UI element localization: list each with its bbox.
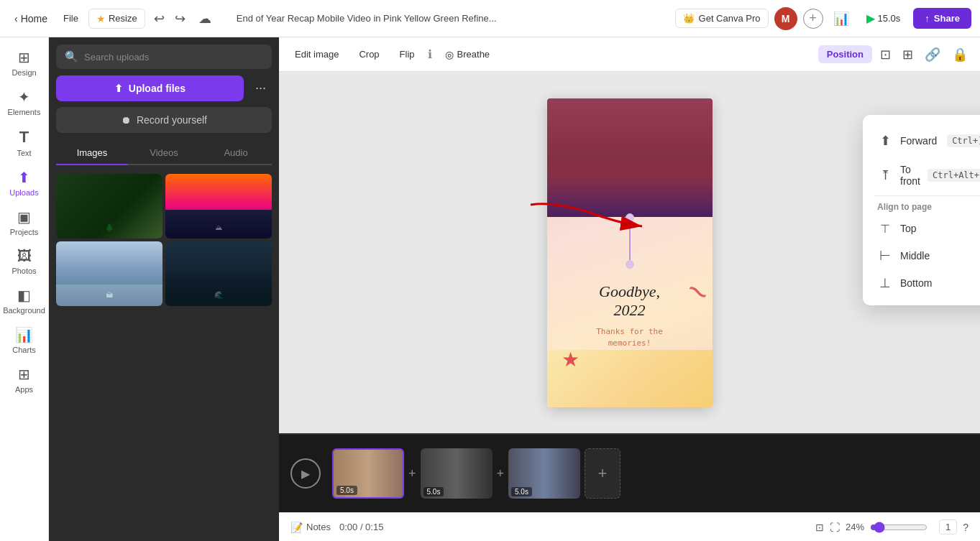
file-button[interactable]: File (58, 9, 84, 28)
timeline-play-button[interactable]: ▶ (290, 458, 321, 489)
cloud-save-button[interactable]: ☁ (194, 6, 216, 31)
timeline-track: 5.0s + 5.0s + (332, 448, 968, 499)
tab-audio[interactable]: Audio (200, 142, 272, 165)
forward-label: Forward (900, 135, 940, 147)
upload-icon: ⬆ (114, 83, 123, 94)
canvas-text-content: Goodbye,2022 Thanks for thememories! (547, 282, 713, 350)
search-input[interactable] (84, 52, 263, 63)
position-button[interactable]: Position (818, 45, 872, 63)
edit-image-button[interactable]: Edit image (288, 45, 346, 63)
redo-button[interactable]: ↪ (170, 6, 190, 31)
undo-button[interactable]: ↩ (150, 6, 169, 31)
add-team-button[interactable]: + (803, 9, 823, 29)
bottom-bar: 📝 Notes 0:00 / 0:15 ⊡ ⛶ 24% 1 ? (279, 512, 980, 541)
uploads-icon: ⬆ (18, 169, 30, 186)
record-yourself-button[interactable]: ⏺ Record yourself (56, 107, 272, 133)
clip-3-time: 5.0s (511, 487, 532, 496)
avatar[interactable]: M (774, 7, 797, 30)
sidebar-label-charts: Charts (12, 346, 35, 354)
menu-item-bottom[interactable]: ⊥ Bottom (863, 269, 980, 297)
sidebar-label-elements: Elements (8, 108, 41, 116)
sidebar-item-uploads[interactable]: ⬆ Uploads (1, 163, 47, 203)
zoom-slider[interactable] (870, 522, 928, 533)
canvas-area: Edit image Crop Flip ℹ ◎ Breathe Positio… (279, 37, 980, 541)
menu-item-forward[interactable]: ⬆ Forward Ctrl+] (863, 124, 980, 158)
menu-item-middle[interactable]: ⊢ Middle (863, 242, 980, 269)
fit-to-screen-button[interactable]: ⊡ (815, 522, 824, 533)
sidebar-item-design[interactable]: ⊞ Design (1, 43, 47, 83)
help-button[interactable]: ? (963, 522, 968, 533)
analytics-button[interactable]: 📊 (829, 6, 853, 31)
border-style-button[interactable]: ⊡ (876, 43, 894, 66)
breathe-label: Breathe (457, 49, 490, 60)
link-button[interactable]: 🔗 (921, 43, 944, 66)
upload-files-label: Upload files (129, 83, 186, 94)
canvas-toolbar: Edit image Crop Flip ℹ ◎ Breathe Positio… (279, 37, 980, 72)
record-label: Record yourself (137, 114, 207, 126)
goodbye-text: Goodbye,2022 (547, 282, 713, 320)
sidebar-item-apps[interactable]: ⊞ Apps (1, 360, 47, 399)
to-front-icon: ⤒ (877, 167, 893, 183)
apps-icon: ⊞ (18, 366, 30, 383)
star-decoration: ★ (562, 348, 580, 371)
grid-button[interactable]: ⊞ (899, 43, 917, 66)
breathe-button[interactable]: ◎ Breathe (438, 45, 498, 64)
image-thumb-1[interactable]: 🌲 (56, 174, 162, 239)
upload-files-button[interactable]: ⬆ Upload files (56, 75, 244, 101)
sidebar-item-elements[interactable]: ✦ Elements (1, 83, 47, 122)
share-label: Share (934, 13, 960, 24)
home-button[interactable]: ‹ Home (9, 9, 53, 29)
play-time: 15.0s (878, 13, 901, 24)
sidebar-item-projects[interactable]: ▣ Projects (1, 203, 47, 242)
tab-images[interactable]: Images (56, 142, 128, 165)
notes-icon: 📝 (290, 522, 303, 533)
home-label: Home (21, 13, 47, 24)
tab-videos[interactable]: Videos (128, 142, 200, 165)
share-icon: ↑ (925, 13, 930, 24)
sidebar-label-design: Design (12, 68, 36, 77)
clip-1[interactable]: 5.0s (332, 448, 404, 499)
image-thumb-3[interactable]: 🏔 (56, 241, 162, 306)
add-clip-button[interactable]: + (585, 448, 620, 499)
play-button[interactable]: ▶ 15.0s (859, 8, 908, 29)
notes-label: Notes (306, 522, 331, 532)
search-icon: 🔍 (65, 50, 78, 63)
menu-divider (874, 195, 980, 196)
sidebar-item-text[interactable]: T Text (1, 122, 47, 163)
clip-3[interactable]: 5.0s (508, 448, 580, 499)
flip-button[interactable]: Flip (393, 45, 422, 63)
clip-2-time: 5.0s (423, 487, 444, 496)
sidebar-label-background: Background (3, 306, 45, 315)
fullscreen-button[interactable]: ⛶ (830, 522, 840, 533)
menu-item-to-front[interactable]: ⤒ To front Ctrl+Alt+] (863, 158, 980, 193)
canvas-design[interactable]: ★ ~ Goodbye,2022 Thanks for thememories! (547, 98, 713, 407)
search-box: 🔍 (56, 45, 272, 69)
get-canva-pro-button[interactable]: 👑 Get Canva Pro (675, 9, 769, 28)
timeline: ▶ 5.0s + (279, 433, 980, 512)
info-icon[interactable]: ℹ (428, 47, 432, 61)
align-middle-icon: ⊢ (877, 248, 893, 264)
left-sidebar: ⊞ Design ✦ Elements T Text ⬆ Uploads ▣ P… (0, 37, 49, 541)
menu-item-top[interactable]: ⊤ Top (863, 215, 980, 242)
middle-label: Middle (900, 250, 980, 262)
page-number: 1 (939, 519, 957, 535)
resize-button[interactable]: ★ Resize (88, 9, 145, 29)
to-front-shortcut: Ctrl+Alt+] (928, 169, 980, 182)
position-dropdown-menu: ⬆ Forward Ctrl+] ⬇ Backward Ctrl+[ ⤒ To … (863, 115, 980, 305)
crop-button[interactable]: Crop (352, 45, 386, 63)
more-options-button[interactable]: ··· (249, 75, 272, 101)
thanks-text: Thanks for thememories! (547, 326, 713, 350)
bottom-label: Bottom (900, 277, 980, 289)
clip-2[interactable]: 5.0s (421, 448, 493, 499)
lock-button[interactable]: 🔒 (948, 43, 971, 66)
image-thumb-2[interactable]: ⛰ (165, 174, 272, 239)
share-button[interactable]: ↑ Share (913, 8, 971, 29)
notes-button[interactable]: 📝 Notes (290, 522, 331, 533)
image-thumb-4[interactable]: 🌊 (165, 241, 272, 306)
text-icon: T (19, 128, 29, 147)
resize-label: Resize (109, 13, 137, 24)
sidebar-item-charts[interactable]: 📊 Charts (1, 320, 47, 360)
sidebar-item-background[interactable]: ◧ Background (1, 281, 47, 320)
sidebar-item-photos[interactable]: 🖼 Photos (1, 242, 47, 281)
top-label: Top (900, 223, 980, 234)
